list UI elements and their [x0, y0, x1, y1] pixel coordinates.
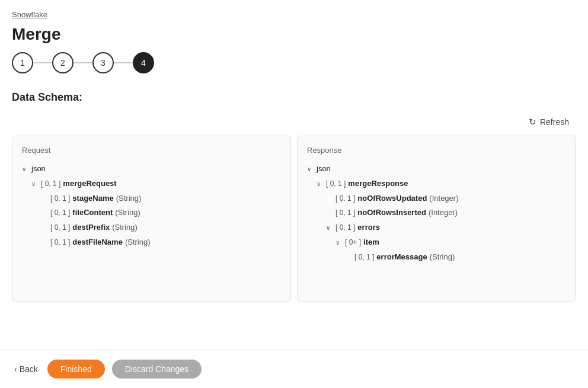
step-3[interactable]: 3: [92, 52, 114, 73]
node-range: [ 0, 1 ]: [335, 222, 355, 233]
node-type: (String): [430, 251, 455, 264]
node-range: [ 0+ ]: [345, 237, 361, 248]
tree-node: ∨ json: [22, 162, 281, 177]
node-range: [ 0, 1 ]: [354, 252, 374, 263]
tree-node: [ 0, 1 ] errorMessage (String): [345, 250, 566, 265]
refresh-button[interactable]: ↻ Refresh: [522, 113, 576, 131]
chevron-icon: ∨: [335, 238, 343, 248]
node-range: [ 0, 1 ]: [326, 178, 346, 190]
chevron-icon: ∨: [307, 165, 314, 174]
breadcrumb-link[interactable]: Snowflake: [12, 10, 47, 19]
request-panel: Request ∨ json ∨ [ 0, 1 ] mergeRequest […: [12, 136, 291, 302]
tree-node: [ 0, 1 ] stageName (String): [41, 191, 281, 206]
chevron-icon: ∨: [326, 223, 333, 233]
footer-bar: ‹ Back Finished Discard Changes: [0, 349, 588, 388]
node-type: (String): [116, 193, 142, 205]
step-4[interactable]: 4: [133, 52, 154, 73]
node-range: [ 0, 1 ]: [50, 237, 70, 248]
stepper: 1 2 3 4: [0, 52, 588, 85]
tree-node: [ 0, 1 ] noOfRowsUpdated (Integer): [326, 191, 566, 206]
response-panel: Response ∨ json ∨ [ 0, 1 ] mergeResponse…: [297, 136, 576, 302]
step-1[interactable]: 1: [12, 52, 33, 73]
node-range: [ 0, 1 ]: [335, 193, 355, 204]
node-key: noOfRowsUpdated: [357, 193, 427, 205]
chevron-icon: ∨: [31, 179, 39, 189]
node-type: (Integer): [429, 207, 458, 219]
node-type: (String): [115, 207, 140, 219]
node-range: [ 0, 1 ]: [50, 207, 70, 219]
tree-node: [ 0, 1 ] noOfRowsInserted (Integer): [326, 206, 566, 220]
node-range: [ 0, 1 ]: [50, 193, 70, 204]
node-key: errorMessage: [376, 251, 427, 264]
chevron-icon: ∨: [317, 179, 324, 189]
page-title: Merge: [0, 19, 588, 52]
node-key: json: [31, 163, 46, 175]
back-button[interactable]: ‹ Back: [12, 360, 40, 379]
tree-node: [ 0, 1 ] destPrefix (String): [41, 220, 281, 235]
node-type: (Integer): [429, 193, 458, 205]
tree-node: ∨ [ 0, 1 ] mergeRequest: [31, 177, 281, 191]
tree-node: ∨ json: [307, 162, 566, 177]
refresh-label: Refresh: [540, 117, 569, 127]
step-2[interactable]: 2: [52, 52, 74, 73]
node-key: destFileName: [72, 236, 123, 249]
node-key: errors: [357, 222, 380, 234]
node-key: fileContent: [72, 207, 113, 219]
back-label: Back: [20, 364, 38, 374]
tree-node: ∨ [ 0, 1 ] mergeResponse: [317, 177, 566, 191]
node-key: mergeResponse: [348, 178, 408, 190]
node-key: mergeRequest: [63, 178, 116, 190]
node-key: destPrefix: [72, 222, 110, 234]
discard-button[interactable]: Discard Changes: [112, 360, 202, 379]
node-type: (String): [112, 222, 138, 234]
schema-panels: Request ∨ json ∨ [ 0, 1 ] mergeRequest […: [0, 136, 588, 302]
tree-node: [ 0, 1 ] fileContent (String): [41, 206, 281, 220]
tree-node: ∨ [ 0+ ] item: [335, 235, 566, 250]
toolbar: ↻ Refresh: [0, 113, 588, 136]
request-panel-label: Request: [22, 146, 281, 155]
finished-button[interactable]: Finished: [47, 360, 105, 379]
node-range: [ 0, 1 ]: [41, 178, 60, 190]
tree-node: ∨ [ 0, 1 ] errors: [326, 220, 566, 235]
node-type: (String): [125, 236, 151, 249]
response-panel-label: Response: [307, 146, 566, 155]
step-connector-1: [33, 62, 52, 63]
step-connector-3: [114, 62, 133, 63]
node-range: [ 0, 1 ]: [335, 207, 355, 219]
node-key: stageName: [72, 193, 113, 205]
node-key: item: [363, 236, 379, 249]
node-key: noOfRowsInserted: [357, 207, 426, 219]
node-key: json: [317, 163, 331, 175]
node-range: [ 0, 1 ]: [50, 222, 70, 233]
section-title: Data Schema:: [0, 85, 588, 113]
tree-node: [ 0, 1 ] destFileName (String): [41, 235, 281, 250]
chevron-icon: ∨: [22, 165, 29, 174]
refresh-icon: ↻: [529, 117, 536, 127]
back-arrow-icon: ‹: [14, 364, 17, 374]
step-connector-2: [74, 62, 92, 63]
